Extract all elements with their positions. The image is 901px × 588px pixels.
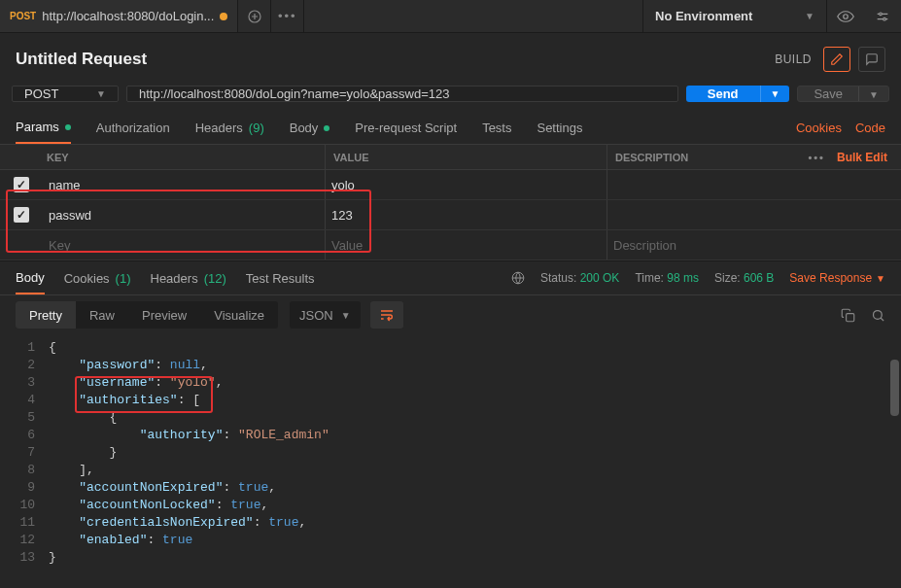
new-tab-button[interactable]	[238, 0, 271, 32]
search-response-button[interactable]	[871, 308, 885, 323]
resp-cookies-count: (1)	[116, 271, 131, 286]
view-preview-button[interactable]: Preview	[128, 301, 200, 329]
size-label: Size:	[714, 271, 741, 285]
param-value-cell[interactable]: yolo	[325, 170, 606, 199]
bulk-edit-link[interactable]: Bulk Edit	[837, 151, 887, 164]
send-button[interactable]: Send ▼	[686, 86, 790, 102]
time-value: 98 ms	[667, 271, 699, 285]
scrollbar-thumb[interactable]	[890, 360, 899, 416]
svg-point-6	[874, 310, 883, 319]
params-row[interactable]: ✓passwd123	[0, 200, 901, 230]
resp-tab-body[interactable]: Body	[16, 261, 45, 294]
url-input[interactable]: http://localhost:8080/doLogin?name=yolo&…	[126, 86, 678, 102]
code-line: 3 "username": "yolo",	[0, 373, 901, 391]
chevron-down-icon: ▼	[341, 310, 351, 321]
status-value: 200 OK	[580, 271, 620, 285]
resp-tab-headers[interactable]: Headers (12)	[151, 271, 226, 286]
response-toolbar: Pretty Raw Preview Visualize JSON ▼	[0, 295, 901, 334]
send-button-label: Send	[686, 86, 760, 102]
row-checkbox[interactable]: ✓	[14, 207, 29, 223]
tab-settings[interactable]: Settings	[537, 112, 582, 144]
code-line: 1{	[0, 338, 901, 356]
code-line: 12 "enabled": true	[0, 531, 901, 548]
tab-params[interactable]: Params	[16, 112, 71, 144]
url-row: POST ▼ http://localhost:8080/doLogin?nam…	[0, 82, 901, 112]
globe-icon[interactable]	[511, 271, 525, 285]
svg-rect-5	[847, 313, 854, 321]
tab-authorization[interactable]: Authorization	[96, 112, 170, 144]
copy-response-button[interactable]	[841, 308, 855, 323]
param-key-cell[interactable]: name	[43, 170, 325, 199]
empty-desc-input[interactable]: Description	[606, 230, 794, 259]
comment-mode-button[interactable]	[858, 47, 885, 72]
environment-label: No Environment	[655, 9, 752, 23]
active-dot-icon	[65, 124, 71, 130]
view-mode-segment: Pretty Raw Preview Visualize	[16, 301, 278, 329]
environment-quicklook-button[interactable]	[827, 0, 864, 32]
send-caret[interactable]: ▼	[760, 86, 790, 102]
tab-prerequest[interactable]: Pre-request Script	[355, 112, 457, 144]
code-line: 6 "authority": "ROLE_admin"	[0, 426, 901, 443]
edit-mode-button[interactable]	[823, 47, 850, 72]
url-value: http://localhost:8080/doLogin?name=yolo&…	[139, 86, 449, 101]
save-caret[interactable]: ▼	[858, 86, 888, 101]
param-desc-cell[interactable]	[606, 200, 794, 229]
headers-count: (9)	[249, 121, 264, 135]
more-columns-button[interactable]: •••	[808, 152, 825, 163]
params-table-header: KEY VALUE DESCRIPTION ••• Bulk Edit	[0, 145, 901, 170]
format-select[interactable]: JSON ▼	[290, 301, 361, 329]
svg-point-1	[844, 14, 849, 18]
param-desc-cell[interactable]	[606, 170, 794, 199]
empty-key-input[interactable]: Key	[43, 230, 325, 259]
view-visualize-button[interactable]: Visualize	[200, 301, 278, 329]
tab-overflow-button[interactable]: •••	[271, 0, 304, 32]
tab-headers[interactable]: Headers (9)	[195, 112, 264, 144]
tab-tests[interactable]: Tests	[482, 112, 511, 144]
code-line: 5 {	[0, 408, 901, 426]
build-label: BUILD	[775, 52, 812, 66]
tab-body[interactable]: Body	[290, 112, 330, 144]
format-value: JSON	[299, 308, 333, 323]
environment-select[interactable]: No Environment ▼	[642, 0, 827, 32]
chevron-down-icon: ▼	[869, 89, 879, 100]
params-empty-row[interactable]: Key Value Description	[0, 230, 901, 260]
params-rows: ✓nameyolo✓passwd123	[0, 170, 901, 230]
tab-params-label: Params	[16, 120, 59, 134]
empty-value-input[interactable]: Value	[325, 230, 606, 259]
save-response-button[interactable]: Save Response ▼	[789, 271, 885, 285]
code-line: 7 }	[0, 443, 901, 461]
col-value-header: VALUE	[325, 145, 606, 169]
response-body[interactable]: 1{2 "password": null,3 "username": "yolo…	[0, 334, 901, 568]
code-line: 9 "accountNonExpired": true,	[0, 478, 901, 496]
view-raw-button[interactable]: Raw	[76, 301, 128, 329]
code-line: 2 "password": null,	[0, 356, 901, 373]
resp-tab-cookies[interactable]: Cookies (1)	[64, 271, 131, 286]
status-label: Status:	[540, 271, 576, 285]
chevron-down-icon: ▼	[771, 88, 780, 99]
view-pretty-button[interactable]: Pretty	[16, 301, 76, 329]
unsaved-dot-icon	[220, 13, 227, 20]
params-row[interactable]: ✓nameyolo	[0, 170, 901, 200]
row-checkbox[interactable]: ✓	[14, 177, 29, 192]
param-key-cell[interactable]: passwd	[43, 200, 325, 229]
svg-point-2	[880, 13, 883, 16]
resp-headers-count: (12)	[204, 271, 226, 286]
resp-cookies-label: Cookies	[64, 271, 110, 286]
active-dot-icon	[324, 125, 329, 131]
tab-method-badge: POST	[10, 11, 36, 21]
wrap-lines-button[interactable]	[370, 301, 403, 329]
request-name[interactable]: Untitled Request	[16, 50, 147, 69]
save-button[interactable]: Save ▼	[797, 86, 889, 102]
col-desc-header: DESCRIPTION	[606, 145, 794, 169]
resp-tab-tests[interactable]: Test Results	[246, 271, 315, 286]
param-value-cell[interactable]: 123	[325, 200, 606, 229]
request-subtabs: Params Authorization Headers (9) Body Pr…	[0, 112, 901, 145]
http-method-select[interactable]: POST ▼	[12, 86, 119, 102]
chevron-down-icon: ▼	[876, 273, 885, 284]
request-tab[interactable]: POST http://localhost:8080/doLogin...	[0, 0, 238, 32]
cookies-link[interactable]: Cookies	[796, 121, 842, 135]
tab-body-label: Body	[290, 121, 319, 135]
code-line: 10 "accountNonLocked": true,	[0, 496, 901, 513]
settings-sliders-button[interactable]	[864, 0, 901, 32]
code-link[interactable]: Code	[855, 121, 885, 135]
